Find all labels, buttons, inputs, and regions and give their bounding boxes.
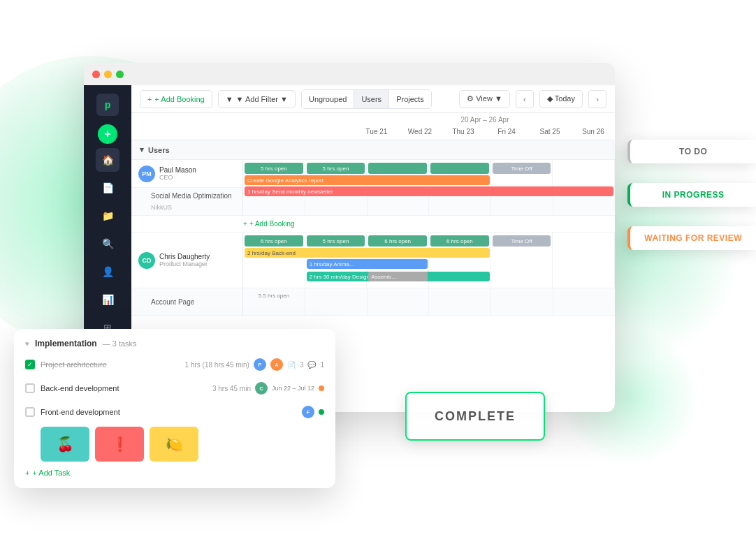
booking-backend[interactable]: 2 hrs/day Back-end bbox=[245, 248, 490, 258]
sidebar-docs-icon[interactable]: 📄 bbox=[96, 176, 119, 200]
add-booking-button[interactable]: + + Add Booking bbox=[140, 90, 212, 108]
sidebar-user-icon[interactable]: 👤 bbox=[96, 260, 119, 284]
task-files-icon: 📄 bbox=[287, 361, 296, 369]
task-files-count: 3 bbox=[300, 361, 304, 369]
sidebar-analytics-icon[interactable]: 📊 bbox=[96, 288, 119, 311]
grid-cell-a4 bbox=[491, 288, 553, 315]
section-title: Implementation bbox=[35, 339, 97, 348]
booking-analytics[interactable]: Create Google Analytics report bbox=[245, 175, 490, 185]
task-panel: ▾ Implementation — 3 tasks ✓ Project arc… bbox=[14, 329, 335, 488]
nav-today-button[interactable]: ◆ Today bbox=[539, 90, 583, 108]
avail-paul-2 bbox=[368, 163, 427, 174]
task-checkbox-1[interactable] bbox=[25, 383, 35, 393]
tab-ungrouped[interactable]: Ungrouped bbox=[302, 90, 354, 108]
sidebar-home-icon[interactable]: 🏠 bbox=[96, 148, 119, 172]
sidebar-folder-icon[interactable]: 📁 bbox=[96, 204, 119, 228]
resource-grid-account: 5.5 hrs open bbox=[243, 288, 615, 315]
complete-overlay: COMPLETE bbox=[405, 392, 545, 441]
avail-paul-1: 5 hrs open bbox=[307, 163, 365, 174]
task-avatar-0b: A bbox=[270, 358, 283, 371]
task-checkbox-2[interactable] bbox=[25, 407, 35, 417]
add-filter-button[interactable]: ▼ ▼ Add Filter ▼ bbox=[218, 90, 296, 108]
task-comment-icon: 💬 bbox=[307, 361, 316, 369]
view-tabs: Ungrouped Users Projects bbox=[301, 89, 432, 109]
resource-row-account: Account Page 5.5 hrs open bbox=[131, 288, 615, 316]
view-button[interactable]: ⚙ View ▼ bbox=[459, 90, 510, 108]
fullscreen-button[interactable] bbox=[116, 71, 124, 78]
date-col-1: Wed 22 bbox=[398, 126, 442, 137]
task-name-2: Front-end development bbox=[41, 408, 120, 416]
task-time-0: 1 hrs (18 hrs 45 min) bbox=[185, 361, 249, 369]
resource-row-chris: CD Chris Daugherty Product Manager 6 hrs… bbox=[131, 233, 615, 288]
resource-name-chris: Chris Daugherty bbox=[159, 253, 210, 260]
resource-label-chris: CD Chris Daugherty Product Manager bbox=[131, 233, 243, 288]
sidebar-add-button[interactable]: + bbox=[98, 124, 117, 144]
thumbnails-row: 🍒 ❗ 🍋 bbox=[41, 427, 324, 462]
tab-users[interactable]: Users bbox=[354, 90, 389, 108]
minimize-button[interactable] bbox=[104, 71, 112, 78]
task-dot-2 bbox=[319, 409, 324, 415]
avatar-paul: PM bbox=[138, 165, 155, 182]
task-comment-count: 1 bbox=[320, 361, 324, 369]
date-range-label: 20 Apr – 26 Apr bbox=[243, 116, 615, 124]
resource-grid-chris: 6 hrs open 5 hrs open 6 hrs open 6 hrs o… bbox=[243, 233, 615, 288]
booking-assemb[interactable]: Assemb… bbox=[368, 272, 428, 281]
nav-next-button[interactable]: › bbox=[588, 90, 606, 108]
avail-chris-2: 6 hrs open bbox=[368, 235, 427, 247]
task-avatar-0a: P bbox=[254, 358, 266, 371]
resource-label-paul: PM Paul Mason CEO bbox=[131, 160, 243, 187]
resource-grid-paul: 5 hrs open 5 hrs open bbox=[243, 160, 615, 187]
section-toggle-icon[interactable]: ▾ bbox=[25, 339, 29, 348]
plus-icon: + bbox=[147, 95, 152, 103]
task-item-1: Back-end development 3 hrs 45 min C Jun … bbox=[25, 379, 324, 397]
avail-chris-0: 6 hrs open bbox=[245, 235, 303, 247]
date-col-4: Sat 25 bbox=[528, 126, 572, 137]
thumbnail-2: 🍋 bbox=[150, 427, 198, 462]
grid-cell-a5 bbox=[553, 288, 615, 315]
grid-cell-a0: 5.5 hrs open bbox=[243, 288, 305, 315]
grid-cell-chris-0: 6 hrs open bbox=[243, 233, 305, 288]
social-project-client: NikkUS bbox=[151, 204, 172, 211]
tab-projects[interactable]: Projects bbox=[389, 90, 431, 108]
complete-label: COMPLETE bbox=[435, 409, 516, 424]
close-button[interactable] bbox=[92, 71, 100, 78]
grid-cell-paul-5 bbox=[553, 160, 615, 187]
task-avatar-2: F bbox=[302, 406, 314, 418]
social-project-name: Social Media Optimization bbox=[151, 192, 232, 200]
grid-cell-a3 bbox=[429, 288, 491, 315]
avail-paul-4: Time Off bbox=[493, 163, 551, 174]
title-bar bbox=[84, 63, 615, 85]
task-date-1: Jun 22 – Jul 12 bbox=[272, 385, 314, 392]
account-project-name: Account Page bbox=[151, 298, 194, 306]
grid-cell-paul-4: Time Off bbox=[491, 160, 553, 187]
date-header: 20 Apr – 26 Apr Tue 21 Wed 22 Thu 23 Fri… bbox=[131, 113, 615, 140]
booking-anima[interactable]: 1 hrs/day Anima… bbox=[307, 259, 428, 269]
resource-role-paul: CEO bbox=[159, 174, 196, 181]
sidebar-search-icon[interactable]: 🔍 bbox=[96, 232, 119, 256]
date-col-2: Thu 23 bbox=[442, 126, 485, 137]
filter-icon: ▼ bbox=[226, 95, 233, 103]
booking-newsletter[interactable]: 1 hrs/day Send monthly newsletter bbox=[245, 186, 613, 196]
resource-label-social: Social Media Optimization NikkUS bbox=[131, 188, 243, 215]
group-header-users: ▾ Users bbox=[131, 140, 615, 160]
resource-row-paul: PM Paul Mason CEO 5 hrs open 5 hrs bbox=[131, 160, 615, 188]
resource-name-paul: Paul Mason bbox=[159, 166, 196, 174]
date-col-3: Fri 24 bbox=[485, 126, 528, 137]
avatar-chris: CD bbox=[138, 252, 155, 269]
task-checkbox-0[interactable]: ✓ bbox=[25, 360, 35, 369]
badge-waiting: WAITING FOR REVIEW bbox=[627, 226, 756, 250]
add-booking-link[interactable]: + + Add Booking bbox=[243, 220, 295, 228]
task-dot-1 bbox=[319, 385, 324, 391]
add-task-plus-icon: + bbox=[25, 469, 29, 477]
nav-prev-button[interactable]: ‹ bbox=[516, 90, 534, 108]
add-task-button[interactable]: + + Add Task bbox=[25, 469, 324, 477]
task-item-0: ✓ Project architecture 1 hrs (18 hrs 45 … bbox=[25, 355, 324, 374]
task-meta-2: F bbox=[302, 406, 324, 418]
thumbnail-1: ❗ bbox=[95, 427, 144, 462]
group-label: Users bbox=[148, 146, 170, 154]
grid-cell-chris-4: Time Off bbox=[491, 233, 553, 288]
group-toggle-icon[interactable]: ▾ bbox=[140, 145, 144, 154]
section-count: — 3 tasks bbox=[103, 339, 137, 348]
badge-inprogress: IN PROGRESS bbox=[627, 183, 756, 207]
grid-cell-a1 bbox=[305, 288, 368, 315]
